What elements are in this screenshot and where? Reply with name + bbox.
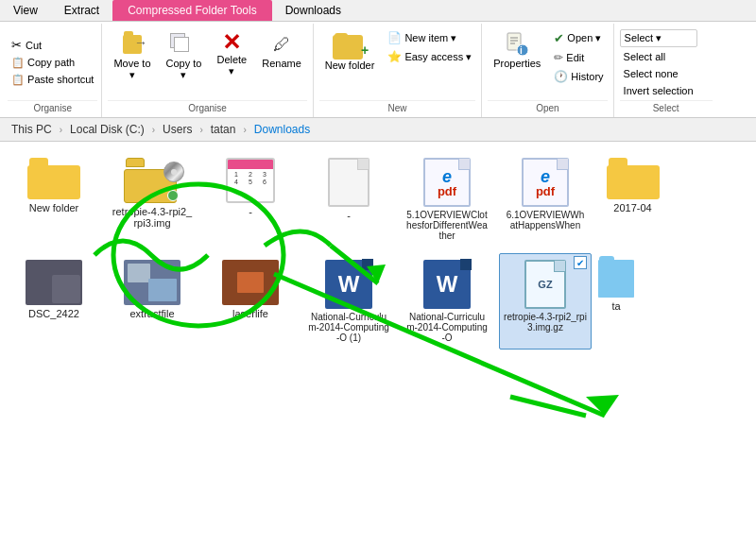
edge-pdf-icon: e pdf <box>423 158 471 207</box>
list-item[interactable]: e pdf 5.1OVERVIEWClothesforDifferentWeat… <box>401 151 493 247</box>
new-folder-icon: + <box>333 31 367 60</box>
list-item[interactable]: 123 456 - <box>204 151 297 247</box>
copy-path-button[interactable]: 📋 Copy path <box>8 55 97 71</box>
address-sep-1: › <box>60 125 62 135</box>
list-item[interactable]: 2017-04 <box>597 151 668 247</box>
open-button[interactable]: ✔ Open ▾ <box>550 29 607 47</box>
paste-shortcut-button[interactable]: 📋 Paste shortcut <box>8 72 97 88</box>
tab-downloads[interactable]: Downloads <box>272 0 354 21</box>
word-icon: W <box>325 260 372 309</box>
file-name: 2017-04 <box>613 202 651 213</box>
list-item[interactable]: W National-Curriculum-2014-Computing-O (… <box>302 253 395 350</box>
gz-file-icon: GZ <box>524 260 566 309</box>
invert-selection-button[interactable]: Invert selection <box>620 83 697 98</box>
clipboard-group-label: Organise <box>8 100 97 115</box>
list-item[interactable]: retropie-4.3-rpi2_rpi3.img <box>106 151 198 247</box>
organise-group-label: Organise <box>108 100 306 115</box>
new-folder-button[interactable]: + New folder <box>319 29 381 73</box>
list-item[interactable]: ta <box>597 253 635 350</box>
selection-checkbox: ✔ <box>574 256 587 269</box>
compressed-folder-icon <box>124 158 180 203</box>
copy-to-button[interactable]: Copy to▾ <box>161 29 208 83</box>
scissors-icon: ✂ <box>11 38 22 52</box>
folder-blue-icon <box>597 260 635 298</box>
edit-icon: ✏ <box>554 51 563 64</box>
document-icon <box>328 158 369 207</box>
select-none-button[interactable]: Select none <box>620 66 697 81</box>
address-sep-3: › <box>199 125 202 135</box>
ribbon-group-clipboard: ✂ Cut 📋 Copy path 📋 Paste shortcut Organ… <box>4 24 102 117</box>
ribbon-group-open: i Properties ✔ Open ▾ ✏ Edit <box>482 24 613 117</box>
file-name: National-Curriculum-2014-Computing-O <box>405 312 489 343</box>
address-sep-2: › <box>152 125 155 135</box>
list-item[interactable]: ✔ GZ retropie-4.3-rpi2_rpi3.img.gz <box>499 253 592 350</box>
folder-icon <box>27 158 80 199</box>
file-name: DSC_2422 <box>28 308 79 319</box>
edge-pdf-icon: e pdf <box>522 158 569 207</box>
list-item[interactable]: laserlife <box>204 253 297 350</box>
folder-icon <box>607 158 660 199</box>
calendar-icon: 123 456 <box>226 158 275 203</box>
open-group-label: Open <box>488 100 607 115</box>
address-sep-4: › <box>243 125 246 135</box>
svg-text:i: i <box>520 45 523 56</box>
delete-button[interactable]: ✕ Delete▾ <box>211 29 252 79</box>
list-item[interactable]: DSC_2422 <box>8 253 100 350</box>
easy-access-button[interactable]: ⭐ Easy access ▾ <box>384 48 475 65</box>
list-item[interactable]: W National-Curriculum-2014-Computing-O <box>401 253 493 350</box>
list-item[interactable]: - <box>302 151 395 247</box>
list-item[interactable]: extractfile <box>106 253 198 350</box>
photo-icon <box>26 260 82 305</box>
file-name: retropie-4.3-rpi2_rpi3.img.gz <box>504 312 587 333</box>
copy-to-icon <box>168 31 198 58</box>
select-all-button[interactable]: Select all <box>620 49 697 64</box>
ribbon-group-new: + New folder 📄 New item ▾ ⭐ Easy access … <box>314 24 482 117</box>
open-checkmark-icon: ✔ <box>554 31 564 45</box>
image-icon <box>124 260 180 305</box>
delete-icon: ✕ <box>222 31 241 54</box>
file-name: 5.1OVERVIEWClothesforDifferentWeather <box>405 210 489 241</box>
file-name: 6.1OVERVIEWWhatHappensWhen <box>504 210 587 230</box>
address-part-localdisk[interactable]: Local Disk (C:) <box>66 122 148 137</box>
file-name: New folder <box>29 202 79 213</box>
address-bar: This PC › Local Disk (C:) › Users › tata… <box>0 118 756 142</box>
ribbon-group-organise: → Move to▾ Copy to▾ ✕ Delete▾ <box>102 24 313 117</box>
file-name: ta <box>611 300 620 312</box>
file-name: - <box>249 206 252 217</box>
new-group-label: New <box>319 100 475 115</box>
file-name: - <box>347 210 351 221</box>
file-area: New folder retropie-4.3-rpi2_rpi3.img 1 <box>0 142 756 546</box>
file-name: extractfile <box>129 308 174 319</box>
easy-access-icon: ⭐ <box>387 50 402 63</box>
address-part-tatan[interactable]: tatan <box>207 122 240 137</box>
address-part-users[interactable]: Users <box>159 122 196 137</box>
list-item[interactable]: e pdf 6.1OVERVIEWWhatHappensWhen <box>499 151 592 247</box>
properties-button[interactable]: i Properties <box>488 29 546 71</box>
new-item-icon: 📄 <box>387 31 402 44</box>
move-to-button[interactable]: → Move to▾ <box>108 29 156 83</box>
rename-icon: 🖊 <box>268 31 295 58</box>
address-part-thispc[interactable]: This PC <box>8 122 56 137</box>
image-icon <box>222 260 279 305</box>
word-icon: W <box>423 260 471 309</box>
history-button[interactable]: 🕐 History <box>550 68 607 85</box>
edit-button[interactable]: ✏ Edit <box>550 49 607 66</box>
svg-point-4 <box>517 44 528 56</box>
list-item[interactable]: New folder <box>8 151 100 247</box>
move-to-icon: → <box>117 31 147 58</box>
rename-button[interactable]: 🖊 Rename <box>256 29 307 71</box>
new-item-button[interactable]: 📄 New item ▾ <box>384 29 475 46</box>
select-group-label: Select <box>620 100 713 115</box>
file-name: retropie-4.3-rpi2_rpi3.img <box>111 206 194 229</box>
tab-compressed-tools[interactable]: Compressed Folder Tools <box>112 0 272 21</box>
tab-view[interactable]: View <box>0 0 51 21</box>
ribbon-bar: ✂ Cut 📋 Copy path 📋 Paste shortcut Organ… <box>0 22 756 118</box>
tab-extract[interactable]: Extract <box>51 0 112 21</box>
history-icon: 🕐 <box>554 70 568 83</box>
address-part-downloads[interactable]: Downloads <box>250 122 314 137</box>
ribbon-tabs: View Extract Compressed Folder Tools Dow… <box>0 0 756 22</box>
file-name: laserlife <box>232 308 268 319</box>
select-dropdown-button[interactable]: Select ▾ <box>620 29 697 47</box>
file-name: National-Curriculum-2014-Computing-O (1) <box>307 312 390 343</box>
cut-button[interactable]: ✂ Cut <box>8 36 97 54</box>
